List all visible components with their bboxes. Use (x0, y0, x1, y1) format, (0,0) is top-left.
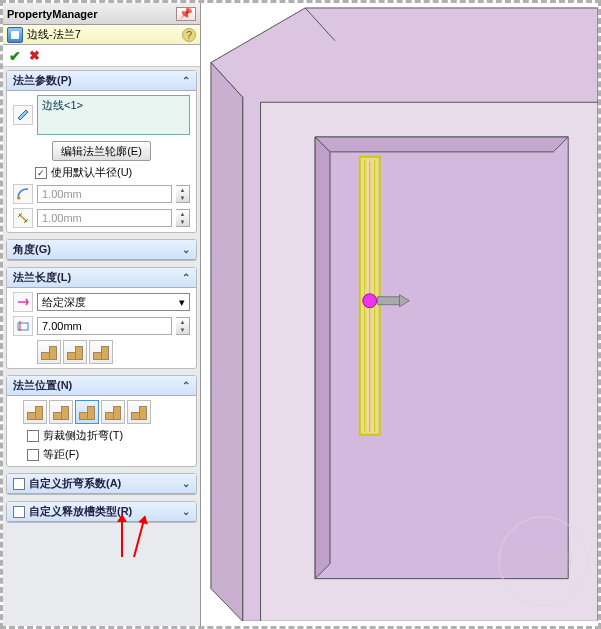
pm-header: PropertyManager 📌 (3, 3, 200, 25)
length-ref-3-button[interactable] (89, 340, 113, 364)
offset-label: 等距(F) (43, 447, 79, 462)
edge-flange-icon (7, 27, 23, 43)
svg-marker-3 (211, 63, 243, 622)
section-flange-params: 法兰参数(P) ⌃ 边线<1> 编辑法兰轮廓(E) (6, 70, 197, 233)
gap-distance-icon (13, 208, 33, 228)
chevron-down-icon: ⌄ (182, 506, 190, 517)
section-custom-relief-type: 自定义释放槽类型(R) ⌄ (6, 501, 197, 523)
spinner: ▲▼ (176, 185, 190, 203)
help-icon[interactable]: ? (182, 28, 196, 42)
feature-name: 边线-法兰7 (27, 27, 81, 42)
property-manager-panel: PropertyManager 📌 边线-法兰7 ? ✔ ✖ 法兰参数(P) ⌃ (3, 3, 201, 626)
trim-side-bends-label: 剪裁侧边折弯(T) (43, 428, 123, 443)
bend-radius-input: 1.00mm (37, 185, 172, 203)
chevron-up-icon: ⌃ (182, 380, 190, 391)
length-ref-1-button[interactable] (37, 340, 61, 364)
position-tangent-button[interactable] (127, 400, 151, 424)
chevron-down-icon: ⌄ (182, 244, 190, 255)
bend-radius-icon (13, 184, 33, 204)
position-bend-outside-button[interactable] (75, 400, 99, 424)
section-flange-length: 法兰长度(L) ⌃ 给定深度 ▾ 7.00mm (6, 267, 197, 369)
position-material-outside-button[interactable] (49, 400, 73, 424)
use-default-radius-label: 使用默认半径(U) (51, 165, 132, 180)
position-material-inside-button[interactable] (23, 400, 47, 424)
edge-selection-list[interactable]: 边线<1> (37, 95, 190, 135)
spinner[interactable]: ▲▼ (176, 317, 190, 335)
edit-flange-profile-button[interactable]: 编辑法兰轮廓(E) (52, 141, 151, 161)
gap-distance-input: 1.00mm (37, 209, 172, 227)
depth-icon (13, 316, 33, 336)
section-header[interactable]: 法兰参数(P) ⌃ (7, 71, 196, 91)
3d-viewport[interactable]: 工程师 (201, 3, 598, 626)
end-condition-select[interactable]: 给定深度 ▾ (37, 293, 190, 311)
section-header[interactable]: 自定义释放槽类型(R) ⌄ (7, 502, 196, 522)
position-virtual-sharp-button[interactable] (101, 400, 125, 424)
pin-button[interactable]: 📌 (176, 7, 196, 21)
edge-select-icon[interactable] (13, 105, 33, 125)
svg-point-0 (18, 197, 21, 200)
svg-marker-6 (315, 137, 568, 579)
feature-name-row: 边线-法兰7 ? (3, 25, 200, 45)
end-condition-icon[interactable] (13, 292, 33, 312)
spinner: ▲▼ (176, 209, 190, 227)
chevron-up-icon: ⌃ (182, 75, 190, 86)
chevron-down-icon: ⌄ (182, 478, 190, 489)
dropdown-arrow-icon: ▾ (179, 296, 185, 309)
annotation-arrow (121, 515, 123, 557)
trim-side-bends-checkbox[interactable] (27, 430, 39, 442)
section-custom-bend-allowance: 自定义折弯系数(A) ⌄ (6, 473, 197, 495)
depth-input[interactable]: 7.00mm (37, 317, 172, 335)
ok-button[interactable]: ✔ (9, 48, 21, 64)
svg-marker-7 (315, 137, 568, 152)
section-header[interactable]: 法兰位置(N) ⌃ (7, 376, 196, 396)
use-default-radius-checkbox[interactable]: ✓ (35, 167, 47, 179)
svg-marker-8 (315, 137, 330, 579)
pm-title-text: PropertyManager (7, 8, 97, 20)
cancel-button[interactable]: ✖ (29, 48, 40, 63)
confirm-row: ✔ ✖ (3, 45, 200, 67)
section-angle: 角度(G) ⌄ (6, 239, 197, 261)
section-flange-position: 法兰位置(N) ⌃ 剪裁侧边折弯(T) 等距(F) (6, 375, 197, 467)
chevron-up-icon: ⌃ (182, 272, 190, 283)
watermark: 工程师 (498, 516, 588, 606)
section-header[interactable]: 法兰长度(L) ⌃ (7, 268, 196, 288)
length-ref-2-button[interactable] (63, 340, 87, 364)
section-header[interactable]: 角度(G) ⌄ (7, 240, 196, 260)
custom-bend-checkbox[interactable] (13, 478, 25, 490)
section-header[interactable]: 自定义折弯系数(A) ⌄ (7, 474, 196, 494)
offset-checkbox[interactable] (27, 449, 39, 461)
custom-relief-checkbox[interactable] (13, 506, 25, 518)
